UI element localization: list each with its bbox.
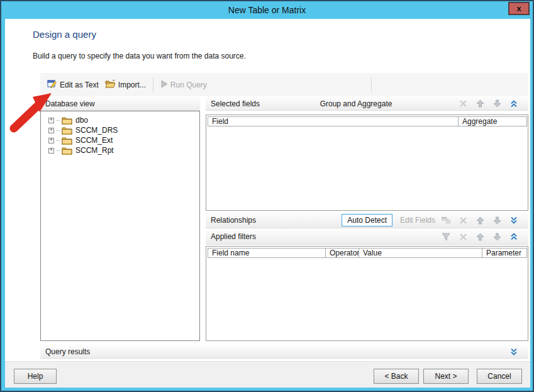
- close-button[interactable]: x: [508, 2, 530, 15]
- tree-item-sccm-rpt[interactable]: + SCCM_Rpt: [41, 145, 199, 155]
- expand-icon[interactable]: +: [48, 118, 54, 123]
- column-header-aggregate[interactable]: Aggregate: [458, 116, 527, 126]
- delete-relationship-icon[interactable]: [459, 216, 467, 225]
- database-view-title: Database view: [45, 99, 95, 108]
- move-down-icon[interactable]: [492, 99, 501, 108]
- tree-item-dbo[interactable]: + dbo: [41, 115, 199, 125]
- edit-as-text-icon: [47, 79, 57, 91]
- window-title: New Table or Matrix: [1, 5, 533, 15]
- folder-icon: [62, 116, 72, 125]
- expand-section-icon[interactable]: [509, 216, 518, 225]
- folder-icon: [62, 137, 72, 145]
- column-header-operator[interactable]: Operator: [325, 248, 359, 258]
- dialog-window: New Table or Matrix x Design a query Bui…: [0, 0, 534, 392]
- column-header-value[interactable]: Value: [359, 248, 482, 258]
- import-label: Import...: [118, 81, 146, 89]
- back-button[interactable]: < Back: [374, 369, 419, 384]
- run-query-button[interactable]: Run Query: [157, 78, 210, 92]
- tree-item-sccm-drs[interactable]: + SCCM_DRS: [41, 125, 199, 135]
- expand-icon[interactable]: +: [48, 148, 54, 154]
- delete-field-icon[interactable]: [459, 99, 467, 108]
- tree-connector: [57, 150, 60, 151]
- folder-icon: [62, 126, 72, 135]
- folder-icon: [62, 147, 72, 155]
- toolbar-separator: [153, 77, 153, 92]
- move-up-icon[interactable]: [476, 216, 484, 225]
- add-relationship-icon[interactable]: [442, 216, 450, 225]
- delete-filter-icon[interactable]: [459, 232, 467, 241]
- run-query-play-icon: [160, 80, 168, 90]
- tree-item-label: SCCM_DRS: [75, 126, 118, 135]
- column-header-field-name[interactable]: Field name: [208, 248, 326, 258]
- applied-filters-table: Field name Operator Value Parameter: [206, 246, 528, 341]
- column-header-parameter[interactable]: Parameter: [482, 248, 527, 258]
- tree-connector: [57, 140, 60, 141]
- relationships-title: Relationships: [211, 216, 256, 225]
- title-bar[interactable]: New Table or Matrix x: [1, 1, 533, 19]
- database-tree: + dbo + SCCM_DRS +: [40, 111, 200, 341]
- move-down-icon[interactable]: [492, 216, 501, 225]
- cancel-button[interactable]: Cancel: [477, 369, 522, 384]
- move-down-icon[interactable]: [492, 232, 501, 241]
- tree-item-sccm-ext[interactable]: + SCCM_Ext: [41, 135, 199, 145]
- import-folder-icon: [105, 79, 116, 90]
- selected-fields-title: Selected fields: [211, 99, 260, 108]
- edit-as-text-button[interactable]: Edit as Text: [44, 77, 102, 92]
- expand-icon[interactable]: +: [48, 138, 54, 143]
- column-header-field[interactable]: Field: [208, 116, 459, 126]
- import-button[interactable]: Import...: [102, 77, 149, 92]
- dialog-footer: Help < Back Next > Cancel: [5, 361, 530, 388]
- tree-connector: [57, 130, 60, 131]
- relationships-header: Relationships Auto Detect Edit Fields: [206, 213, 528, 228]
- edit-as-text-label: Edit as Text: [60, 81, 99, 89]
- tree-item-label: SCCM_Ext: [75, 136, 113, 145]
- toolbar-separator-2: [371, 77, 372, 92]
- dialog-body: Design a query Build a query to specify …: [5, 19, 530, 361]
- next-button[interactable]: Next >: [423, 369, 469, 384]
- group-and-aggregate-label: Group and Aggregate: [320, 99, 399, 108]
- selected-fields-header: Selected fields Group and Aggregate: [206, 97, 528, 111]
- auto-detect-button[interactable]: Auto Detect: [342, 214, 392, 227]
- query-results-header: Query results: [40, 345, 528, 359]
- add-filter-icon[interactable]: [442, 232, 450, 241]
- tree-connector: [57, 120, 60, 121]
- database-view-header: Database view: [40, 97, 200, 111]
- query-toolbar: Edit as Text Import...: [40, 73, 528, 96]
- selected-fields-table: Field Aggregate: [206, 115, 528, 211]
- help-button[interactable]: Help: [14, 369, 57, 384]
- collapse-section-icon[interactable]: [509, 99, 518, 108]
- collapse-section-icon[interactable]: [509, 232, 518, 241]
- page-subtitle: Build a query to specify the data you wa…: [33, 52, 246, 60]
- query-results-title: Query results: [45, 347, 90, 356]
- expand-section-icon[interactable]: [509, 347, 518, 356]
- edit-fields-button[interactable]: Edit Fields: [400, 216, 435, 225]
- applied-filters-header: Applied filters: [206, 229, 528, 245]
- tree-item-label: dbo: [75, 116, 88, 125]
- run-query-label: Run Query: [170, 81, 207, 89]
- applied-filters-title: Applied filters: [211, 232, 256, 241]
- page-title: Design a query: [33, 29, 96, 40]
- tree-item-label: SCCM_Rpt: [75, 146, 114, 155]
- move-up-icon[interactable]: [476, 232, 484, 241]
- move-up-icon[interactable]: [476, 99, 484, 108]
- expand-icon[interactable]: +: [48, 128, 54, 133]
